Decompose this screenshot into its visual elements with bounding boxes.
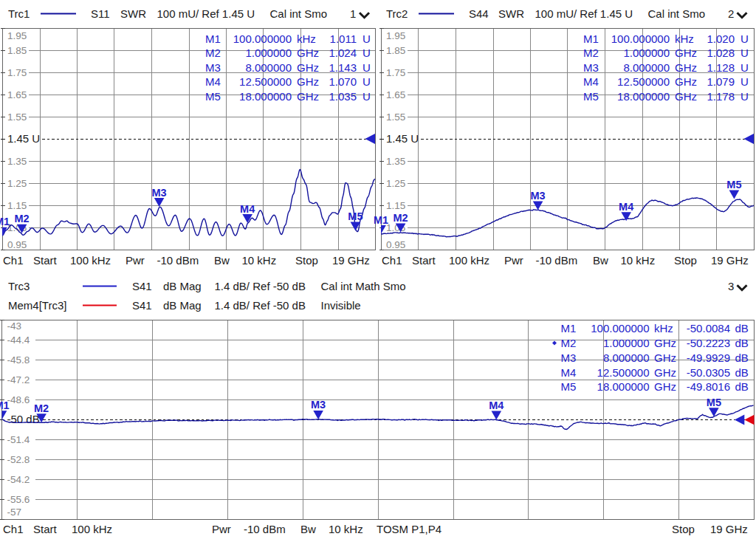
svg-text:GHz: GHz — [297, 47, 319, 59]
svg-text:1.85: 1.85 — [7, 45, 27, 56]
svg-text:U: U — [362, 75, 371, 88]
svg-text:1.95: 1.95 — [386, 30, 405, 41]
svg-text:10 kHz: 10 kHz — [329, 523, 363, 535]
svg-text:GHz: GHz — [654, 366, 676, 379]
svg-text:M4: M4 — [205, 75, 221, 88]
svg-text:100 mU/ Ref 1.45 U: 100 mU/ Ref 1.45 U — [535, 7, 633, 20]
svg-text:1.45 U: 1.45 U — [386, 132, 419, 145]
svg-text:GHz: GHz — [297, 75, 319, 88]
svg-text:-50.0305: -50.0305 — [687, 366, 730, 379]
svg-text:-50 dB: -50 dB — [7, 413, 40, 425]
svg-text:Ch1: Ch1 — [382, 254, 402, 267]
svg-text:U: U — [362, 32, 371, 45]
svg-text:Stop: Stop — [674, 254, 697, 267]
svg-text:100.000000: 100.000000 — [611, 32, 670, 45]
svg-text:1.75: 1.75 — [386, 67, 405, 78]
svg-text:M5: M5 — [726, 179, 741, 191]
svg-text:Cal int Smo: Cal int Smo — [270, 7, 328, 20]
svg-text:GHz: GHz — [654, 351, 676, 364]
svg-text:Trc3: Trc3 — [8, 280, 30, 292]
svg-text:GHz: GHz — [675, 75, 697, 88]
svg-text:S41: S41 — [132, 299, 152, 312]
svg-text:3: 3 — [728, 280, 734, 292]
svg-text:M1: M1 — [583, 32, 599, 45]
svg-text:-45.8: -45.8 — [7, 354, 30, 366]
svg-text:Cal int Math Smo: Cal int Math Smo — [321, 280, 406, 292]
svg-text:-48.6: -48.6 — [7, 394, 30, 405]
svg-text:SWR: SWR — [120, 7, 146, 20]
svg-text:1.4 dB/ Ref -50 dB: 1.4 dB/ Ref -50 dB — [215, 299, 306, 312]
svg-text:1.079: 1.079 — [707, 75, 735, 88]
svg-text:1.45 U: 1.45 U — [7, 132, 40, 145]
svg-text:GHz: GHz — [654, 337, 676, 349]
svg-text:12.500000: 12.500000 — [597, 366, 650, 379]
svg-text:1.143: 1.143 — [329, 61, 357, 74]
svg-text:M5: M5 — [348, 210, 362, 222]
svg-text:1.000000: 1.000000 — [623, 47, 670, 59]
svg-text:1.25: 1.25 — [386, 178, 405, 189]
svg-text:M4: M4 — [583, 75, 599, 88]
svg-text:U: U — [740, 47, 749, 59]
svg-text:GHz: GHz — [297, 61, 319, 74]
svg-text:1.55: 1.55 — [7, 112, 27, 123]
svg-text:SWR: SWR — [498, 7, 524, 20]
svg-text:Mem4[Trc3]: Mem4[Trc3] — [8, 299, 66, 312]
svg-text:Trc2: Trc2 — [386, 7, 408, 20]
svg-text:1: 1 — [350, 7, 356, 20]
svg-text:Bw: Bw — [214, 254, 230, 267]
svg-text:8.000000: 8.000000 — [603, 351, 650, 364]
svg-text:M5: M5 — [561, 380, 577, 393]
svg-text:-52.8: -52.8 — [7, 454, 30, 465]
svg-text:kHz: kHz — [654, 322, 673, 335]
svg-text:1.65: 1.65 — [386, 89, 405, 100]
svg-text:U: U — [740, 90, 749, 103]
svg-text:GHz: GHz — [654, 380, 676, 393]
svg-text:Start: Start — [33, 523, 58, 535]
svg-text:8.000000: 8.000000 — [245, 61, 292, 74]
svg-text:M3: M3 — [311, 399, 326, 411]
svg-text:U: U — [740, 61, 749, 74]
svg-text:Pwr: Pwr — [212, 523, 231, 535]
svg-text:Bw: Bw — [300, 523, 316, 535]
svg-text:19 GHz: 19 GHz — [710, 523, 748, 535]
svg-text:-57: -57 — [7, 507, 22, 518]
svg-text:S44: S44 — [469, 7, 489, 20]
svg-text:M2: M2 — [34, 402, 49, 414]
svg-text:M3: M3 — [205, 61, 221, 74]
svg-text:-49.8016: -49.8016 — [687, 380, 730, 393]
svg-text:M1: M1 — [561, 322, 577, 335]
svg-text:0.95: 0.95 — [7, 239, 27, 250]
svg-text:Invisible: Invisible — [321, 299, 361, 312]
svg-text:M1: M1 — [374, 214, 388, 226]
svg-text:M1: M1 — [0, 216, 10, 227]
svg-text:M2: M2 — [15, 213, 30, 224]
svg-text:1.75: 1.75 — [7, 67, 27, 78]
svg-text:0.95: 0.95 — [386, 239, 405, 250]
svg-text:M5: M5 — [583, 90, 599, 103]
svg-text:Cal int Smo: Cal int Smo — [648, 7, 706, 20]
svg-text:Start: Start — [33, 254, 58, 267]
svg-text:M2: M2 — [205, 47, 221, 59]
svg-text:U: U — [362, 90, 371, 103]
svg-text:1.65: 1.65 — [7, 89, 27, 100]
svg-text:M3: M3 — [531, 190, 546, 202]
svg-text:-55.6: -55.6 — [7, 494, 30, 505]
svg-text:U: U — [740, 75, 749, 88]
svg-text:1.15: 1.15 — [7, 200, 27, 211]
svg-text:100 kHz: 100 kHz — [72, 523, 112, 535]
svg-text:Pwr: Pwr — [504, 254, 523, 267]
svg-text:U: U — [362, 47, 371, 59]
svg-text:12.500000: 12.500000 — [617, 75, 670, 88]
svg-text:GHz: GHz — [675, 61, 697, 74]
svg-text:S11: S11 — [91, 7, 110, 20]
svg-text:1.024: 1.024 — [329, 47, 357, 59]
svg-text:dB: dB — [735, 366, 749, 379]
svg-text:Pwr: Pwr — [126, 254, 145, 267]
svg-text:-50.0084: -50.0084 — [687, 322, 730, 335]
svg-text:M3: M3 — [152, 187, 167, 199]
svg-text:Stop: Stop — [295, 254, 318, 267]
svg-text:100 kHz: 100 kHz — [449, 254, 489, 267]
svg-text:1.000000: 1.000000 — [245, 47, 292, 59]
svg-text:M3: M3 — [561, 351, 577, 364]
svg-text:1.95: 1.95 — [7, 30, 27, 41]
